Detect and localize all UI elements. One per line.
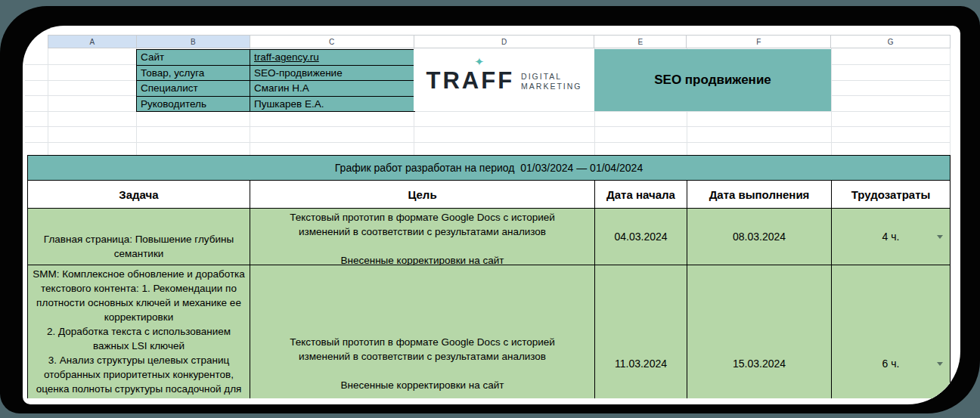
site-link[interactable]: traff-agency.ru [254,50,319,64]
effort-cell[interactable]: 4 ч. [832,209,951,265]
tagline-line1: DIGITAL [521,72,581,82]
seo-banner[interactable]: SEO продвижение [594,49,831,111]
info-label-site[interactable]: Сайт [137,50,250,66]
brand-wordmark: ✦ TRAFF [426,69,514,92]
info-label-manager[interactable]: Руководитель [137,97,250,113]
backdrop: A B C D E F G Сайт traff-agency.ru Товар… [0,0,980,418]
due-date-cell[interactable]: 15.03.2024 [687,265,832,398]
info-value-manager[interactable]: Пушкарев Е.А. [250,97,415,113]
goal-cell[interactable]: Текстовый прототип в формате Google Docs… [250,209,595,265]
gridline [25,126,951,127]
info-value-service[interactable]: SEO-продвижение [250,66,415,82]
task-cell[interactable]: Главная страница: Повышение глубины сема… [28,209,250,265]
column-effort[interactable]: Трудозатраты [832,181,951,209]
column-header-strip: A B C D E F G [48,35,951,48]
start-date-cell[interactable]: 11.03.2024 [595,265,687,398]
goal-cell[interactable]: Текстовый прототип в формате Google Docs… [250,265,595,398]
dropdown-arrow-icon[interactable] [937,362,943,366]
column-header-c[interactable]: C [250,36,414,48]
column-task[interactable]: Задача [28,181,250,209]
column-start[interactable]: Дата начала [595,181,687,209]
sparkle-icon: ✦ [474,56,484,67]
info-label-service[interactable]: Товар, услуга [137,66,250,82]
spreadsheet-card: A B C D E F G Сайт traff-agency.ru Товар… [23,26,960,404]
gridline [950,48,951,155]
start-date-cell[interactable]: 04.03.2024 [595,209,687,265]
sheet-area: A B C D E F G Сайт traff-agency.ru Товар… [23,26,960,398]
traff-logo: ✦ TRAFF DIGITAL MARKETING [414,49,594,111]
due-date-cell[interactable]: 08.03.2024 [687,209,832,265]
info-value-specialist[interactable]: Смагин Н.А [250,81,415,97]
column-header-b[interactable]: B [137,36,250,48]
effort-value: 4 ч. [882,231,900,243]
tagline-line2: MARKETING [521,82,581,91]
window-shadow-frame: A B C D E F G Сайт traff-agency.ru Товар… [0,6,980,413]
gridline [25,142,951,143]
goal-text: Текстовый прототип в формате Google Docs… [285,333,560,394]
work-schedule-table: График работ разработан на период 01/03/… [27,155,951,398]
brand-tagline: DIGITAL MARKETING [521,72,581,91]
effort-cell[interactable]: 6 ч. [832,265,951,398]
gridline [831,48,832,155]
project-info-block: Сайт traff-agency.ru Товар, услуга SEO-п… [136,49,414,112]
goal-text: Текстовый прототип в формате Google Docs… [285,209,560,269]
task-cell[interactable]: SMM: Комплексное обновление и доработка … [28,265,250,398]
task-text: SMM: Комплексное обновление и доработка … [28,265,250,398]
gridline [48,48,48,155]
column-header-a[interactable]: A [48,36,137,48]
column-due[interactable]: Дата выполнения [687,181,832,209]
column-header-f[interactable]: F [687,36,831,48]
column-header-g[interactable]: G [831,36,950,48]
info-label-specialist[interactable]: Специалист [137,81,250,97]
brand-text: TRAFF [426,67,514,94]
dropdown-arrow-icon[interactable] [937,235,943,239]
task-text: Главная страница: Повышение глубины сема… [28,231,250,262]
schedule-period-title[interactable]: График работ разработан на период 01/03/… [28,156,951,181]
column-header-e[interactable]: E [594,36,687,48]
info-value-site[interactable]: traff-agency.ru [250,50,415,66]
column-goal[interactable]: Цель [250,181,595,209]
effort-value: 6 ч. [882,358,900,370]
column-header-d[interactable]: D [414,36,595,48]
